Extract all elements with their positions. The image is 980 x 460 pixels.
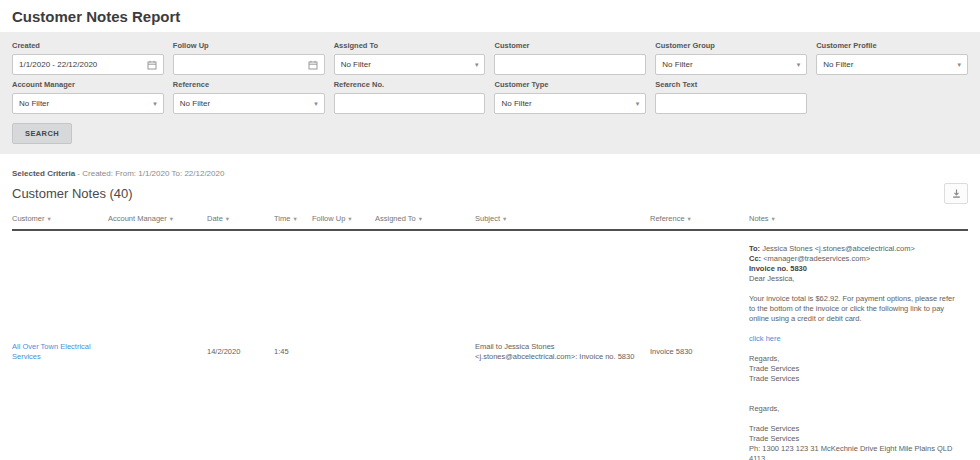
page-title: Customer Notes Report bbox=[12, 8, 980, 25]
calendar-icon[interactable] bbox=[308, 60, 318, 70]
download-icon bbox=[951, 188, 962, 199]
assigned-to-select[interactable]: No Filter ▾ bbox=[334, 54, 486, 75]
note-line: Regards, bbox=[749, 354, 960, 364]
note-line: Trade Services bbox=[749, 424, 960, 434]
note-line: Trade Services bbox=[749, 374, 960, 384]
table-row: All Over Town Electrical Services 14/2/2… bbox=[12, 230, 968, 460]
filter-label: Reference No. bbox=[334, 80, 486, 89]
note-line bbox=[749, 344, 960, 354]
cell-follow-up bbox=[312, 230, 375, 460]
filter-customer: Customer bbox=[494, 36, 646, 75]
filter-label: Reference bbox=[173, 80, 325, 89]
column-header-notes[interactable]: Notes▾ bbox=[749, 210, 968, 230]
column-header-date[interactable]: Date▾ bbox=[207, 210, 274, 230]
note-line: Trade Services bbox=[749, 434, 960, 444]
note-line: Dear Jessica, bbox=[749, 274, 960, 284]
chevron-down-icon: ▾ bbox=[636, 100, 640, 108]
reference-select[interactable]: No Filter ▾ bbox=[173, 93, 325, 114]
filter-assigned-to: Assigned To No Filter ▾ bbox=[334, 36, 486, 75]
column-header-customer[interactable]: Customer▾ bbox=[12, 210, 108, 230]
column-header-account-manager[interactable]: Account Manager▾ bbox=[108, 210, 207, 230]
note-line: Trade Services bbox=[749, 364, 960, 374]
filter-customer-type: Customer Type No Filter ▾ bbox=[494, 75, 646, 114]
cell-reference: Invoice 5830 bbox=[650, 230, 749, 460]
filter-account-manager: Account Manager No Filter ▾ bbox=[12, 75, 164, 114]
note-line bbox=[749, 284, 960, 294]
filter-label: Account Manager bbox=[12, 80, 164, 89]
created-date-value[interactable] bbox=[19, 60, 143, 69]
note-line: Your invoice total is $62.92. For paymen… bbox=[749, 294, 960, 324]
chevron-down-icon: ▾ bbox=[475, 61, 479, 69]
search-text-value[interactable] bbox=[662, 99, 800, 108]
sort-caret-icon: ▾ bbox=[419, 215, 422, 222]
note-line bbox=[749, 414, 960, 424]
filter-label: Assigned To bbox=[334, 41, 486, 50]
sort-caret-icon: ▾ bbox=[503, 215, 506, 222]
filter-reference-no: Reference No. bbox=[334, 75, 486, 114]
note-line: Invoice no. 5830 bbox=[749, 264, 960, 274]
cell-time: 1:45 bbox=[274, 230, 312, 460]
customer-group-select[interactable]: No Filter ▾ bbox=[655, 54, 807, 75]
note-link[interactable]: click here bbox=[749, 334, 781, 343]
chevron-down-icon: ▾ bbox=[797, 61, 801, 69]
column-header-subject[interactable]: Subject▾ bbox=[475, 210, 650, 230]
chevron-down-icon: ▾ bbox=[957, 61, 961, 69]
cell-subject: Email to Jessica Stones <j.stones@abcele… bbox=[475, 230, 650, 460]
filter-label: Customer bbox=[494, 41, 646, 50]
follow-up-date-input[interactable] bbox=[173, 54, 325, 75]
sort-caret-icon: ▾ bbox=[688, 215, 691, 222]
select-value: No Filter bbox=[341, 60, 471, 69]
column-header-assigned-to[interactable]: Assigned To▾ bbox=[375, 210, 475, 230]
customer-input[interactable] bbox=[494, 54, 646, 75]
account-manager-select[interactable]: No Filter ▾ bbox=[12, 93, 164, 114]
note-line bbox=[749, 394, 960, 404]
search-text-input[interactable] bbox=[655, 93, 807, 114]
filter-reference: Reference No Filter ▾ bbox=[173, 75, 325, 114]
reference-no-value[interactable] bbox=[341, 99, 479, 108]
filter-follow-up: Follow Up bbox=[173, 36, 325, 75]
note-line: Regards, bbox=[749, 404, 960, 414]
table-header-row: Customer▾ Account Manager▾ Date▾ Time▾ F… bbox=[12, 210, 968, 230]
created-date-input[interactable] bbox=[12, 54, 164, 75]
search-button[interactable]: SEARCH bbox=[12, 123, 72, 144]
filter-label: Customer Group bbox=[655, 41, 807, 50]
select-value: No Filter bbox=[19, 99, 149, 108]
sort-caret-icon: ▾ bbox=[226, 215, 229, 222]
customer-profile-select[interactable]: No Filter ▾ bbox=[816, 54, 968, 75]
filter-label: Customer Profile bbox=[816, 41, 968, 50]
filter-label: Search Text bbox=[655, 80, 807, 89]
filter-customer-profile: Customer Profile No Filter ▾ bbox=[816, 36, 968, 75]
selected-criteria: Selected Criteria - Created: From: 1/1/2… bbox=[12, 169, 968, 178]
sort-caret-icon: ▾ bbox=[48, 215, 51, 222]
sort-caret-icon: ▾ bbox=[293, 215, 296, 222]
reference-no-input[interactable] bbox=[334, 93, 486, 114]
customer-type-select[interactable]: No Filter ▾ bbox=[494, 93, 646, 114]
results-title: Customer Notes (40) bbox=[12, 186, 133, 201]
note-line: Ph: 1300 123 123 31 McKechnie Drive Eigh… bbox=[749, 444, 960, 460]
chevron-down-icon: ▾ bbox=[314, 100, 318, 108]
sort-caret-icon: ▾ bbox=[170, 215, 173, 222]
note-line: click here bbox=[749, 334, 960, 344]
selected-criteria-text: - Created: From: 1/1/2020 To: 22/12/2020 bbox=[75, 169, 224, 178]
note-line bbox=[749, 384, 960, 394]
column-header-follow-up[interactable]: Follow Up▾ bbox=[312, 210, 375, 230]
select-value: No Filter bbox=[180, 99, 310, 108]
sort-caret-icon: ▾ bbox=[348, 215, 351, 222]
select-value: No Filter bbox=[662, 60, 792, 69]
cell-customer: All Over Town Electrical Services bbox=[12, 230, 108, 460]
note-line bbox=[749, 324, 960, 334]
note-line: To: Jessica Stones <j.stones@abcelectric… bbox=[749, 244, 960, 254]
column-header-reference[interactable]: Reference▾ bbox=[650, 210, 749, 230]
cell-assigned-to bbox=[375, 230, 475, 460]
customer-link[interactable]: All Over Town Electrical Services bbox=[12, 342, 91, 361]
select-value: No Filter bbox=[823, 60, 953, 69]
calendar-icon[interactable] bbox=[147, 60, 157, 70]
customer-value[interactable] bbox=[501, 60, 639, 69]
filter-customer-group: Customer Group No Filter ▾ bbox=[655, 36, 807, 75]
export-button[interactable] bbox=[944, 183, 968, 204]
filter-label: Follow Up bbox=[173, 41, 325, 50]
column-header-time[interactable]: Time▾ bbox=[274, 210, 312, 230]
filter-search-text: Search Text bbox=[655, 75, 807, 114]
follow-up-date-value[interactable] bbox=[180, 60, 304, 69]
filter-empty-cell bbox=[816, 75, 968, 114]
